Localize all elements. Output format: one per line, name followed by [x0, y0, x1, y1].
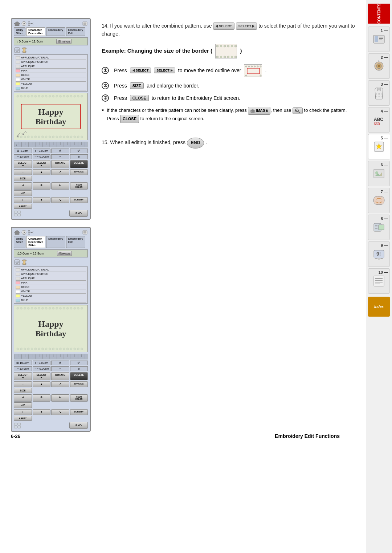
- step2-size-btn[interactable]: SIZE: [130, 82, 144, 89]
- step3-close-btn[interactable]: CLOSE: [130, 95, 149, 101]
- panel2-mirror-h-btn[interactable]: ↔: [14, 381, 32, 387]
- svg-point-239: [251, 109, 254, 112]
- panel2-left-btn[interactable]: ◄: [14, 394, 32, 402]
- panel2-density-btn[interactable]: DENSITY: [70, 409, 88, 415]
- sidebar-tab-9[interactable]: 9 — 9!: [368, 241, 390, 267]
- svg-rect-57: [16, 82, 20, 85]
- panel2-end-btn[interactable]: END: [69, 422, 88, 429]
- panel1-select-right-btn[interactable]: SELECT►: [33, 160, 51, 168]
- panel2-mirror-v-btn[interactable]: ↕: [14, 409, 32, 415]
- panel2-question-icon: ?: [21, 230, 26, 235]
- panel2-tab-utility[interactable]: Utility Stitch: [14, 236, 25, 248]
- p2-preview-birthday: Birthday: [36, 329, 66, 338]
- sidebar-tab-7[interactable]: 7 —: [368, 188, 390, 213]
- panel2-up-btn[interactable]: ▲: [33, 381, 51, 387]
- image-btn-label: IMAGE: [62, 40, 70, 43]
- step1-select-left-btn[interactable]: SELECT: [130, 68, 151, 73]
- sidebar-tab-5[interactable]: 5 —: [368, 134, 390, 159]
- sidebar-tab-10[interactable]: 10 —: [368, 268, 390, 294]
- panel1-right-btn[interactable]: ►: [51, 182, 69, 190]
- svg-point-166: [60, 307, 62, 309]
- step1-select-left-label: SELECT: [136, 69, 149, 72]
- panel1-mirror-h-btn[interactable]: ↔: [14, 169, 32, 175]
- panel1-spacing-btn[interactable]: SPACING: [70, 169, 88, 175]
- panel2-tab-character[interactable]: Character Decorative Stitch: [26, 236, 45, 248]
- panel2-tab-embroidery[interactable]: Embroidery: [46, 236, 65, 248]
- panel2-center-btn[interactable]: ⊕: [33, 394, 51, 402]
- select-left-inline-btn[interactable]: SELECT: [213, 23, 234, 30]
- step15-end-btn[interactable]: END: [187, 138, 204, 148]
- panel1-size-btn[interactable]: SIZE: [14, 176, 32, 181]
- svg-point-168: [66, 307, 69, 309]
- panel2-array-btn[interactable]: ARRAY: [14, 416, 32, 421]
- panel2-size-btn[interactable]: SIZE: [14, 388, 32, 393]
- sidebar-tab-2[interactable]: 2 —: [368, 53, 390, 79]
- panel2-diag2-btn[interactable]: ↘: [51, 409, 69, 415]
- select-right-inline-btn[interactable]: SELECT: [236, 23, 257, 30]
- panel2-down-btn[interactable]: ▼: [33, 409, 51, 415]
- panel1-btn-row3: ◄ ⊕ ► MULTICOLOR △▽: [14, 182, 88, 196]
- panel1-diagonal-btn[interactable]: ↗: [51, 169, 69, 175]
- panel2-tab-edit[interactable]: Embroidery Edit: [66, 236, 85, 248]
- sidebar-tab-4[interactable]: 4 — ABC 660: [368, 107, 390, 133]
- tab-10-icon: [372, 274, 386, 288]
- step1-select-right-btn[interactable]: SELECT: [154, 68, 175, 73]
- svg-point-35: [28, 22, 30, 24]
- panel2-header: ?: [14, 230, 88, 235]
- panel1-delete-btn[interactable]: DELETE: [70, 160, 88, 168]
- contents-label: CONTENTS: [377, 4, 381, 24]
- svg-rect-146: [16, 268, 20, 271]
- panel1-left-btn[interactable]: ◄: [14, 182, 32, 190]
- panel2-spacing-btn[interactable]: SPACING: [70, 381, 88, 387]
- panel1-tab-edit[interactable]: Embroidery Edit: [66, 27, 85, 36]
- panel2-diagonal-btn[interactable]: ↗: [51, 381, 69, 387]
- panel2-image-btn[interactable]: IMAGE: [57, 251, 72, 256]
- panel1-down-btn[interactable]: ▼: [33, 197, 51, 203]
- sidebar-tab-8[interactable]: 8 —: [368, 215, 390, 240]
- sidebar-tab-3[interactable]: 3 —: [368, 80, 390, 106]
- tab-9-icon: 9!: [372, 247, 386, 261]
- panel1-end-btn[interactable]: END: [69, 210, 88, 217]
- panel1-up-btn[interactable]: ▲: [33, 169, 51, 175]
- panel1-tab-character[interactable]: Character Decorative: [26, 27, 45, 36]
- note-close-btn[interactable]: CLOSE: [120, 115, 139, 123]
- panel2-delta-btn[interactable]: △▽: [14, 402, 32, 408]
- panel1-tab-utility[interactable]: Utility Stitch: [14, 27, 25, 36]
- panel1-mirror-v-btn[interactable]: ↕: [14, 197, 32, 203]
- panel2-select-left-btn[interactable]: SELECT◄: [14, 372, 32, 380]
- index-tab[interactable]: Index: [368, 297, 390, 317]
- panel1-diag2-btn[interactable]: ↘: [51, 197, 69, 203]
- stitch-item-icon-3: [16, 65, 20, 68]
- svg-point-92: [66, 136, 69, 138]
- stitch-item-blue: BLUE: [16, 86, 86, 90]
- panel1-center-btn[interactable]: ⊕: [33, 182, 51, 190]
- contents-tab[interactable]: CONTENTS: [368, 4, 390, 24]
- note-image-btn[interactable]: IMAGE: [248, 107, 270, 115]
- step-1-pre: Press: [114, 66, 127, 74]
- p2-stitch-4: PINK: [16, 281, 86, 285]
- panel1-select-left-btn[interactable]: SELECT◄: [14, 160, 32, 168]
- p2-stitch-label-2: APPLIQUE POSITION: [21, 272, 48, 276]
- panel1-density-btn[interactable]: DENSITY: [70, 197, 88, 203]
- panel2-delete-btn[interactable]: DELETE: [70, 372, 88, 380]
- p2-tab-char2: Decorative: [28, 240, 43, 244]
- sidebar-tab-6[interactable]: 6 —: [368, 161, 390, 186]
- panel1-multicolor-btn[interactable]: MULTICOLOR: [70, 182, 88, 190]
- panel2-rotate: ↺: [51, 361, 69, 365]
- panel1-rotate-btn[interactable]: ROTATE: [51, 160, 69, 168]
- svg-point-64: [34, 95, 37, 97]
- panel1-tab-embroidery[interactable]: Embroidery: [46, 27, 65, 36]
- panel2-thread-icons: [14, 259, 88, 265]
- panel1-delta-btn[interactable]: △▽: [14, 190, 32, 196]
- panel1-array-btn[interactable]: ARRAY: [14, 204, 32, 209]
- panel2-preview-text: Happy Birthday: [36, 319, 66, 338]
- panel2-right-btn[interactable]: ►: [51, 394, 69, 402]
- panel2-select-right-btn[interactable]: SELECT►: [33, 372, 51, 380]
- sidebar-tab-1[interactable]: 1 —: [368, 27, 390, 52]
- panel2-rotate-btn[interactable]: ROTATE: [51, 372, 69, 380]
- panel2-multicolor-btn[interactable]: MULTICOLOR: [70, 394, 88, 402]
- svg-point-230: [245, 66, 247, 67]
- note-zoom-btn[interactable]: +: [293, 107, 303, 114]
- panel1-image-btn[interactable]: IMAGE: [56, 39, 72, 44]
- svg-point-60: [20, 95, 23, 97]
